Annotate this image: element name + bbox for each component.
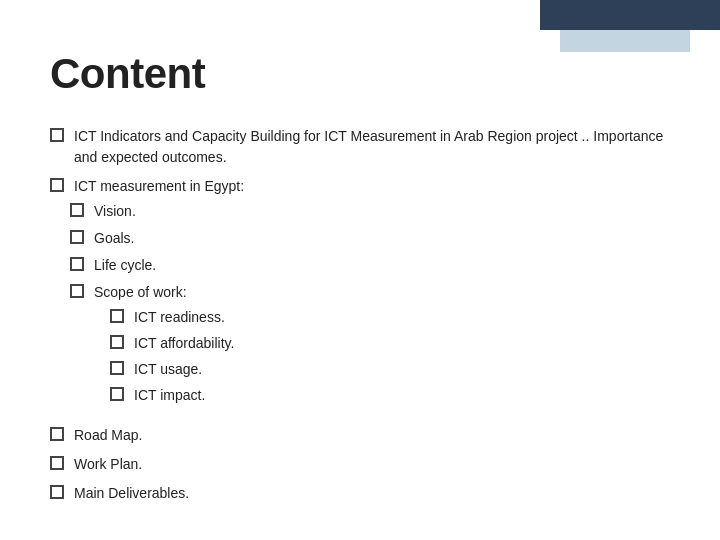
bullet-icon — [110, 387, 124, 401]
list-item-ict-indicators: ICT Indicators and Capacity Building for… — [50, 126, 670, 168]
content-list: ICT Indicators and Capacity Building for… — [50, 126, 670, 504]
decoration-top-right — [540, 0, 720, 55]
item-text: Work Plan. — [74, 454, 670, 475]
bullet-icon — [110, 309, 124, 323]
bullet-icon — [50, 427, 64, 441]
slide: Content ICT Indicators and Capacity Buil… — [0, 0, 720, 540]
bullet-icon — [70, 284, 84, 298]
item-text: Road Map. — [74, 425, 670, 446]
item-text: ICT impact. — [134, 385, 234, 406]
bullet-icon — [50, 128, 64, 142]
bullet-icon — [50, 456, 64, 470]
sub-list-egypt: Vision. Goals. Life cycle. Scope of wo — [50, 201, 234, 417]
bullet-icon — [50, 485, 64, 499]
item-text: ICT measurement in Egypt: — [74, 176, 244, 197]
bullet-icon — [70, 230, 84, 244]
list-item-workplan: Work Plan. — [50, 454, 670, 475]
list-item-ict-measurement: ICT measurement in Egypt: Vision. Goals.… — [50, 176, 670, 417]
item-text: Scope of work: — [94, 282, 187, 303]
sub-list-item-scope: Scope of work: ICT readiness. ICT afford… — [50, 282, 234, 411]
sub-list-item-vision: Vision. — [50, 201, 234, 222]
deco-bar-dark — [540, 0, 720, 30]
sub-sub-list-scope: ICT readiness. ICT affordability. ICT us… — [70, 307, 234, 411]
list-item-roadmap: Road Map. — [50, 425, 670, 446]
sub-sub-item-affordability: ICT affordability. — [70, 333, 234, 354]
bullet-icon — [70, 257, 84, 271]
item-text: Main Deliverables. — [74, 483, 670, 504]
item-text: Goals. — [94, 228, 234, 249]
sub-sub-item-impact: ICT impact. — [70, 385, 234, 406]
item-text: ICT affordability. — [134, 333, 234, 354]
page-title: Content — [50, 50, 670, 98]
bullet-icon — [110, 361, 124, 375]
deco-bar-light — [560, 30, 690, 52]
sub-sub-item-usage: ICT usage. — [70, 359, 234, 380]
item-text: Vision. — [94, 201, 234, 222]
item-text: ICT readiness. — [134, 307, 234, 328]
bullet-icon — [50, 178, 64, 192]
item-text: ICT Indicators and Capacity Building for… — [74, 126, 670, 168]
item-text: Life cycle. — [94, 255, 234, 276]
bullet-icon — [110, 335, 124, 349]
bullet-icon — [70, 203, 84, 217]
sub-list-item-goals: Goals. — [50, 228, 234, 249]
sub-sub-item-readiness: ICT readiness. — [70, 307, 234, 328]
list-item-deliverables: Main Deliverables. — [50, 483, 670, 504]
item-text: ICT usage. — [134, 359, 234, 380]
sub-list-item-lifecycle: Life cycle. — [50, 255, 234, 276]
